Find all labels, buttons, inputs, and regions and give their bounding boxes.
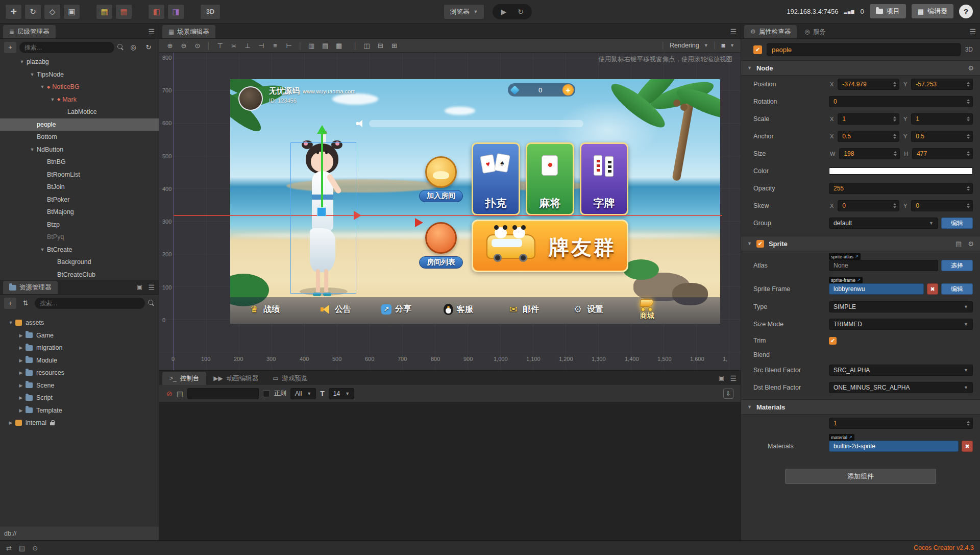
- tree-node-btcreate[interactable]: ▼BtCreate: [0, 244, 159, 256]
- distribute-v-icon[interactable]: ▤: [321, 42, 330, 50]
- scale-y-field[interactable]: 1: [911, 113, 973, 125]
- expand-arrow-icon[interactable]: ▼: [30, 147, 35, 152]
- expand-arrow-icon[interactable]: ▶: [18, 333, 23, 338]
- tree-node-btmajong[interactable]: BtMajong: [0, 206, 159, 219]
- select-atlas-button[interactable]: 选择: [941, 260, 973, 271]
- room-list-icon[interactable]: [425, 222, 457, 254]
- size-both-icon[interactable]: ⊞: [389, 42, 399, 50]
- expand-arrow-icon[interactable]: ▼: [30, 72, 35, 77]
- distribute-grid-icon[interactable]: ▦: [334, 42, 344, 50]
- add-diamonds-button[interactable]: +: [562, 84, 574, 95]
- expand-arrow-icon[interactable]: ▶: [18, 370, 23, 375]
- expand-arrow-icon[interactable]: ▶: [18, 383, 23, 388]
- expand-arrow-icon[interactable]: ▶: [18, 395, 23, 400]
- open-editor-button[interactable]: ▤编辑器: [912, 4, 953, 18]
- rotation-field[interactable]: 0: [829, 96, 973, 107]
- records-button[interactable]: ♛战绩: [249, 304, 280, 315]
- tree-node-btnbg[interactable]: BtnBG: [0, 156, 159, 168]
- camera-icon[interactable]: ◙: [722, 42, 726, 49]
- tree-node-noticebg[interactable]: ▼◆NoticeBG: [0, 81, 159, 93]
- opacity-field[interactable]: 255: [829, 183, 973, 194]
- tree-node-tipsnode[interactable]: ▼TipsNode: [0, 68, 159, 81]
- add-node-button[interactable]: +: [4, 42, 16, 53]
- hierarchy-menu-icon[interactable]: ☰: [148, 28, 155, 36]
- tab-assets[interactable]: 资源管理器: [3, 281, 58, 294]
- align-left-icon[interactable]: ⊣: [257, 42, 266, 50]
- scale-tool-button[interactable]: ◇: [44, 4, 61, 19]
- expand-arrow-icon[interactable]: ▼: [19, 59, 24, 64]
- poker-mode-button[interactable]: ♥ ♠ 扑克: [472, 142, 520, 215]
- sprite-frame-field[interactable]: lobbyrenwu: [829, 283, 924, 295]
- node-name-input[interactable]: [767, 43, 961, 56]
- size-h-field[interactable]: 477: [912, 148, 973, 159]
- assets-menu-icon[interactable]: ☰: [148, 283, 155, 292]
- edit-group-button[interactable]: 编辑: [941, 218, 973, 229]
- collapse-arrow-icon[interactable]: ▼: [747, 65, 752, 70]
- settings-button[interactable]: ⚙设置: [572, 304, 603, 315]
- group-dropdown[interactable]: default▼: [829, 218, 938, 229]
- tree-node-btcreateclub[interactable]: BtCreateClub: [0, 269, 159, 280]
- db-log-icon[interactable]: ▤: [19, 544, 25, 552]
- inspector-menu-icon[interactable]: ☰: [969, 28, 976, 36]
- add-asset-button[interactable]: +: [4, 298, 16, 309]
- mail-button[interactable]: ✉邮件: [508, 304, 539, 315]
- tab-game-preview[interactable]: ▭游戏预览: [265, 372, 314, 385]
- log-file-icon[interactable]: ▤: [177, 390, 183, 398]
- expand-arrow-icon[interactable]: ▼: [8, 320, 13, 325]
- tree-node-plazabg[interactable]: ▼plazabg: [0, 56, 159, 68]
- materials-section-header[interactable]: ▼ Materials: [741, 399, 980, 415]
- align-center-icon[interactable]: ≡: [271, 42, 280, 50]
- atlas-field[interactable]: None: [829, 260, 938, 271]
- dst-blend-dropdown[interactable]: ONE_MINUS_SRC_ALPHA▼: [829, 382, 973, 393]
- shop-button[interactable]: 商城: [639, 298, 656, 321]
- clear-console-icon[interactable]: ⊘: [166, 390, 173, 398]
- collapse-panel-icon[interactable]: ⇩: [723, 389, 733, 399]
- expand-arrow-icon[interactable]: ▶: [18, 345, 23, 350]
- gear-icon[interactable]: ⚙: [968, 64, 974, 72]
- tree-node-btpyq[interactable]: BtPyq: [0, 231, 159, 244]
- trim-checkbox[interactable]: ✔: [829, 337, 837, 345]
- clear-material-button[interactable]: ✖: [962, 441, 973, 452]
- tab-animation-editor[interactable]: ▶▶动画编辑器: [206, 372, 265, 385]
- rect-tool-button[interactable]: ▣: [63, 4, 80, 19]
- console-menu-icon[interactable]: ☰: [730, 374, 737, 382]
- edit-sprite-frame-button[interactable]: 编辑: [941, 283, 973, 295]
- pivot-anchor-button[interactable]: ▦: [115, 4, 132, 19]
- room-list-button[interactable]: 房间列表: [419, 256, 463, 269]
- rotate-tool-button[interactable]: ↻: [24, 4, 41, 19]
- align-top-icon[interactable]: ⊤: [215, 42, 225, 50]
- open-project-button[interactable]: 项目: [870, 4, 906, 18]
- tree-node-bottom[interactable]: Bottom: [0, 131, 159, 143]
- size-h-icon[interactable]: ◫: [362, 42, 371, 50]
- locate-node-icon[interactable]: ◎: [127, 42, 139, 53]
- sprite-enabled-checkbox[interactable]: ✔: [756, 240, 764, 248]
- hierarchy-search-input[interactable]: [24, 44, 109, 51]
- tree-node-people[interactable]: people: [0, 118, 159, 131]
- sprite-section-header[interactable]: ▼ ✔ Sprite ▤⚙: [741, 236, 980, 251]
- popout-icon[interactable]: ▣: [137, 283, 142, 291]
- anchor-y-field[interactable]: 0.5: [911, 131, 973, 142]
- sort-assets-icon[interactable]: ⇅: [19, 298, 32, 309]
- regex-checkbox[interactable]: [263, 390, 270, 397]
- tab-scene-editor[interactable]: ▦ 场景编辑器: [162, 25, 215, 38]
- move-tool-button[interactable]: ✚: [5, 4, 22, 19]
- type-dropdown[interactable]: SIMPLE▼: [829, 301, 973, 312]
- tree-node-background[interactable]: Background: [0, 256, 159, 269]
- tree-node-btpoker[interactable]: BtPoker: [0, 194, 159, 206]
- gear-icon[interactable]: ⚙: [968, 240, 974, 248]
- expand-arrow-icon[interactable]: ▼: [40, 84, 45, 89]
- gizmo-y-arrow[interactable]: [321, 133, 323, 215]
- skew-y-field[interactable]: 0: [911, 200, 973, 211]
- tree-node-mark[interactable]: ▼◆Mark: [0, 93, 159, 106]
- play-button[interactable]: ▶: [501, 8, 506, 16]
- expand-arrow-icon[interactable]: ▼: [40, 247, 45, 252]
- card-friends-banner[interactable]: 牌友群: [472, 220, 628, 272]
- zoom-out-icon[interactable]: ⊖: [179, 42, 188, 50]
- asset-internal[interactable]: ▶internal: [0, 417, 159, 429]
- search-icon[interactable]: [117, 44, 124, 51]
- materials-count-field[interactable]: 1: [829, 418, 973, 429]
- asset-script[interactable]: ▶Script: [0, 392, 159, 404]
- distribute-h-icon[interactable]: ▥: [307, 42, 316, 50]
- scene-menu-icon[interactable]: ☰: [730, 28, 737, 36]
- tree-node-ndbutton[interactable]: ▼NdButton: [0, 143, 159, 156]
